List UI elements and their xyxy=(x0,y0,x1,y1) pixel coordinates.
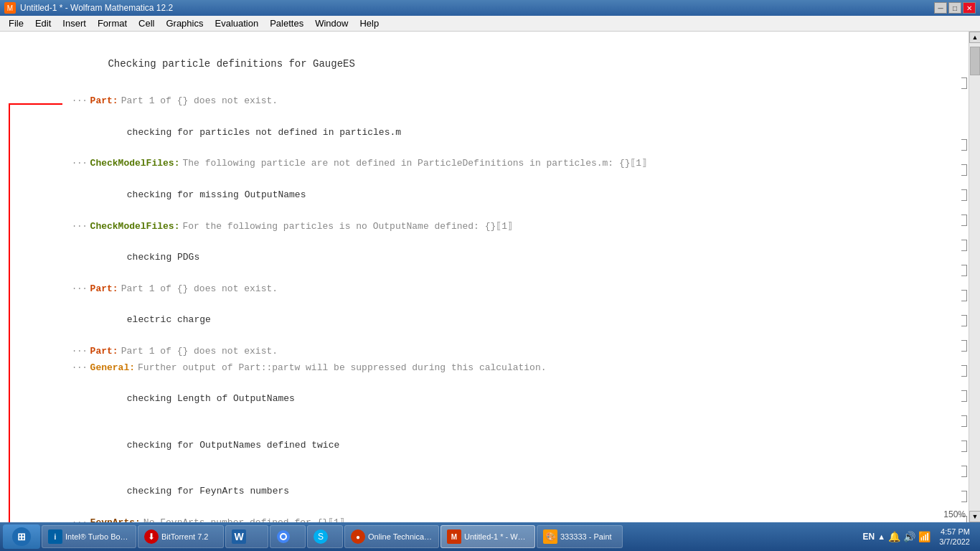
window-title: Untitled-1 * - Wolfram Mathematica 12.2 xyxy=(20,3,173,13)
taskbar-icon-word: W xyxy=(232,529,246,544)
message-line-14: ··· FeynArts: No FeynArts number defined… xyxy=(72,516,937,522)
menu-bar: File Edit Insert Format Cell Graphics Ev… xyxy=(0,16,980,32)
clock-date: 3/7/2022 xyxy=(939,537,970,547)
taskbar-icon-chrome xyxy=(276,529,291,544)
message-line-10: ··· General: Further output of Part::par… xyxy=(72,361,937,376)
lang-indicator: EN xyxy=(863,532,875,542)
tray-volume-icon: 🔊 xyxy=(903,531,915,542)
maximize-button[interactable]: □ xyxy=(948,2,961,14)
message-line-9: ··· Part: Part 1 of {} does not exist. xyxy=(72,344,937,359)
text-feynarts: No FeynArts number defined for {}⟦1⟧ xyxy=(143,516,345,522)
windows-logo-icon: ⊞ xyxy=(11,527,32,547)
cell-bracket-6 xyxy=(961,240,967,251)
tray-arrow-icon[interactable]: ▲ xyxy=(877,532,885,541)
message-line-7: ··· Part: Part 1 of {} does not exist. xyxy=(72,282,937,297)
app-icon: M xyxy=(4,2,16,14)
menu-format[interactable]: Format xyxy=(92,17,133,30)
menu-cell[interactable]: Cell xyxy=(133,17,160,30)
taskbar-item-online-technical[interactable]: ● Online Technical ... xyxy=(344,525,439,548)
title-bar: M Untitled-1 * - Wolfram Mathematica 12.… xyxy=(0,0,980,16)
taskbar-label-bittorrent: BitTorrent 7.2 xyxy=(161,532,208,541)
taskbar-item-chrome[interactable] xyxy=(270,525,306,548)
svg-point-4 xyxy=(281,534,286,539)
scroll-down-button[interactable]: ▼ xyxy=(969,511,980,522)
label-part-1: Part: xyxy=(90,94,118,109)
red-bracket-vertical xyxy=(9,103,10,522)
menu-file[interactable]: File xyxy=(3,17,29,30)
dots-14: ··· xyxy=(72,517,88,522)
label-general: General: xyxy=(90,361,135,376)
taskbar-icon-paint: 🎨 xyxy=(543,529,557,544)
taskbar-icon-bittorrent: ⬇ xyxy=(144,529,159,544)
taskbar-right: EN ▲ 🔔 🔊 📶 4:57 PM 3/7/2022 xyxy=(863,527,977,547)
text-check-1: The following particle are not defined i… xyxy=(182,156,647,171)
right-scrollbar[interactable]: ▲ ▼ xyxy=(969,32,980,522)
taskbar-icon-intel: i xyxy=(48,529,62,544)
menu-graphics[interactable]: Graphics xyxy=(160,17,209,30)
code-line-1: checking for particles not defined in pa… xyxy=(72,110,937,155)
dots-7: ··· xyxy=(72,283,88,296)
taskbar-item-intel[interactable]: i Intel® Turbo Boo... xyxy=(42,525,136,548)
text-general: Further output of Part::partw will be su… xyxy=(138,361,547,376)
menu-window[interactable]: Window xyxy=(309,17,354,30)
cell-bracket-4 xyxy=(961,189,967,201)
menu-insert[interactable]: Insert xyxy=(57,17,92,30)
cell-bracket-11 xyxy=(961,365,967,377)
taskbar-label-mathematica: Untitled-1 * - Wol... xyxy=(464,532,529,541)
menu-help[interactable]: Help xyxy=(354,17,385,30)
cell-bracket-3 xyxy=(961,164,967,176)
label-part-3: Part: xyxy=(90,344,118,359)
close-button[interactable]: ✕ xyxy=(963,2,976,14)
sys-tray: EN ▲ 🔔 🔊 📶 xyxy=(863,531,931,542)
clock-time: 4:57 PM xyxy=(939,527,970,537)
text-part-3: Part 1 of {} does not exist. xyxy=(121,344,278,359)
taskbar-icon-skype: S xyxy=(314,529,328,544)
cell-bracket-10 xyxy=(961,340,967,352)
svg-text:⊞: ⊞ xyxy=(17,531,26,542)
taskbar-icon-mathematica: M xyxy=(447,529,461,544)
menu-palettes[interactable]: Palettes xyxy=(264,17,309,30)
dots-9: ··· xyxy=(72,345,88,359)
tray-connection-icon: 📶 xyxy=(918,531,930,542)
cell-bracket-7 xyxy=(961,265,967,276)
dots-5: ··· xyxy=(72,220,88,234)
cell-bracket-1 xyxy=(961,77,967,89)
scroll-up-button[interactable]: ▲ xyxy=(969,32,980,43)
minimize-button[interactable]: ─ xyxy=(934,2,947,14)
title-bar-controls[interactable]: ─ □ ✕ xyxy=(934,2,976,14)
tray-network-icon: 🔔 xyxy=(888,531,900,542)
code-line-4: electric charge xyxy=(72,298,937,343)
code-line-6: checking for OutputNames defined twice xyxy=(72,423,937,468)
main-area: Checking particle definitions for GaugeE… xyxy=(0,32,980,522)
code-line-3: checking PDGs xyxy=(72,235,937,280)
cell-bracket-2 xyxy=(961,139,967,151)
text-part-1: Part 1 of {} does not exist. xyxy=(121,94,278,109)
clock: 4:57 PM 3/7/2022 xyxy=(935,527,974,547)
notebook-heading: Checking particle definitions for GaugeE… xyxy=(72,40,937,88)
dots-10: ··· xyxy=(72,362,88,375)
taskbar-item-paint[interactable]: 🎨 333333 - Paint xyxy=(537,525,623,548)
cell-bracket-16 xyxy=(961,491,967,502)
cell-bracket-15 xyxy=(961,466,967,477)
taskbar-label-online-technical: Online Technical ... xyxy=(368,532,433,541)
menu-evaluation[interactable]: Evaluation xyxy=(209,17,264,30)
zoom-indicator: 150% xyxy=(943,509,966,519)
taskbar-item-word[interactable]: W xyxy=(225,525,268,548)
start-button[interactable]: ⊞ xyxy=(3,524,40,549)
taskbar-item-skype[interactable]: S xyxy=(307,525,343,548)
cell-bracket-5 xyxy=(961,215,967,226)
title-bar-left: M Untitled-1 * - Wolfram Mathematica 12.… xyxy=(4,2,173,14)
menu-edit[interactable]: Edit xyxy=(29,17,57,30)
label-check-1: CheckModelFiles: xyxy=(90,156,180,171)
taskbar-item-bittorrent[interactable]: ⬇ BitTorrent 7.2 xyxy=(138,525,224,548)
message-line-5: ··· CheckModelFiles: For the following p… xyxy=(72,220,937,235)
scroll-thumb[interactable] xyxy=(970,47,980,75)
message-line-1: ··· Part: Part 1 of {} does not exist. xyxy=(72,94,937,109)
taskbar-label-paint: 333333 - Paint xyxy=(560,532,612,541)
code-line-5: checking Length of OutputNames xyxy=(72,377,937,422)
scroll-track[interactable] xyxy=(969,43,980,511)
cell-bracket-8 xyxy=(961,290,967,301)
label-part-2: Part: xyxy=(90,282,118,297)
dots-1: ··· xyxy=(72,95,88,108)
taskbar-item-mathematica[interactable]: M Untitled-1 * - Wol... xyxy=(440,525,535,548)
